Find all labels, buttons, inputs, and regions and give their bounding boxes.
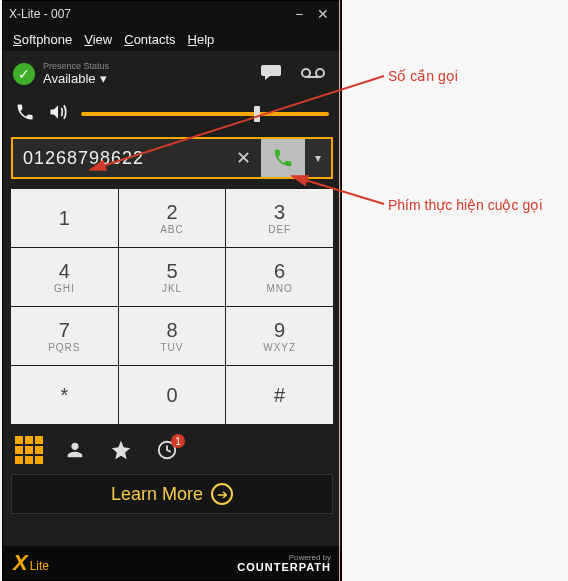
presence-dropdown[interactable]: Presence Status Available ▾ [43, 62, 109, 86]
svg-point-0 [302, 69, 310, 77]
key-8[interactable]: 8TUV [119, 307, 226, 365]
menu-view[interactable]: View [84, 32, 112, 47]
counterpath-logo: Powered by COUNTERPATH [237, 554, 331, 573]
volume-row [3, 97, 341, 131]
key-0[interactable]: 0 [119, 366, 226, 424]
presence-status: Available [43, 72, 96, 86]
menu-contacts[interactable]: Contacts [124, 32, 175, 47]
star-icon [110, 439, 132, 461]
tab-contacts[interactable] [55, 432, 95, 468]
presence-available-icon: ✓ [13, 63, 35, 85]
dialpad-grid-icon [15, 436, 43, 464]
menu-bar: Softphone View Contacts Help [3, 27, 341, 51]
call-button[interactable] [261, 139, 305, 177]
menu-help[interactable]: Help [188, 32, 215, 47]
volume-slider[interactable] [81, 112, 329, 116]
tab-favorites[interactable] [101, 432, 141, 468]
minimize-button[interactable]: − [287, 6, 311, 22]
phone-handset-icon[interactable] [15, 102, 35, 127]
number-input[interactable]: 01268798622 [13, 139, 225, 177]
bottom-tabs: 1 [3, 430, 341, 470]
key-7[interactable]: 7PQRS [11, 307, 118, 365]
call-options-dropdown[interactable]: ▾ [305, 139, 331, 177]
key-1[interactable]: 1 [11, 189, 118, 247]
softphone-window: X-Lite - 007 − ✕ Softphone View Contacts… [2, 0, 342, 581]
close-button[interactable]: ✕ [311, 6, 335, 22]
messages-icon[interactable] [255, 63, 287, 85]
svg-point-1 [316, 69, 324, 77]
clear-number-button[interactable]: ✕ [225, 139, 261, 177]
key-2[interactable]: 2ABC [119, 189, 226, 247]
key-6[interactable]: 6MNO [226, 248, 333, 306]
arrow-right-circle-icon: ➔ [211, 483, 233, 505]
call-icon [272, 147, 294, 169]
annotation-call-button: Phím thực hiện cuộc gọi [388, 197, 542, 213]
voicemail-icon[interactable] [295, 65, 331, 83]
learn-more-label: Learn More [111, 484, 203, 505]
tab-dialpad[interactable] [9, 432, 49, 468]
dial-row: 01268798622 ✕ ▾ [11, 137, 333, 179]
key-star[interactable]: * [11, 366, 118, 424]
person-icon [64, 439, 86, 461]
learn-more-button[interactable]: Learn More ➔ [11, 474, 333, 514]
key-3[interactable]: 3DEF [226, 189, 333, 247]
speaker-icon[interactable] [47, 102, 69, 127]
key-4[interactable]: 4GHI [11, 248, 118, 306]
footer: XLite Powered by COUNTERPATH [3, 546, 341, 580]
key-hash[interactable]: # [226, 366, 333, 424]
xlite-logo: XLite [13, 550, 49, 576]
key-9[interactable]: 9WXYZ [226, 307, 333, 365]
title-bar: X-Lite - 007 − ✕ [3, 1, 341, 27]
annotation-number: Số cần gọi [388, 68, 458, 84]
tab-history[interactable]: 1 [147, 432, 187, 468]
menu-softphone[interactable]: Softphone [13, 32, 72, 47]
chevron-down-icon: ▾ [100, 72, 107, 86]
presence-row: ✓ Presence Status Available ▾ [3, 51, 341, 97]
separator-line [339, 0, 340, 581]
window-title: X-Lite - 007 [9, 7, 287, 21]
history-badge: 1 [171, 434, 185, 448]
key-5[interactable]: 5JKL [119, 248, 226, 306]
dialpad: 1 2ABC 3DEF 4GHI 5JKL 6MNO 7PQRS 8TUV 9W… [11, 189, 333, 424]
